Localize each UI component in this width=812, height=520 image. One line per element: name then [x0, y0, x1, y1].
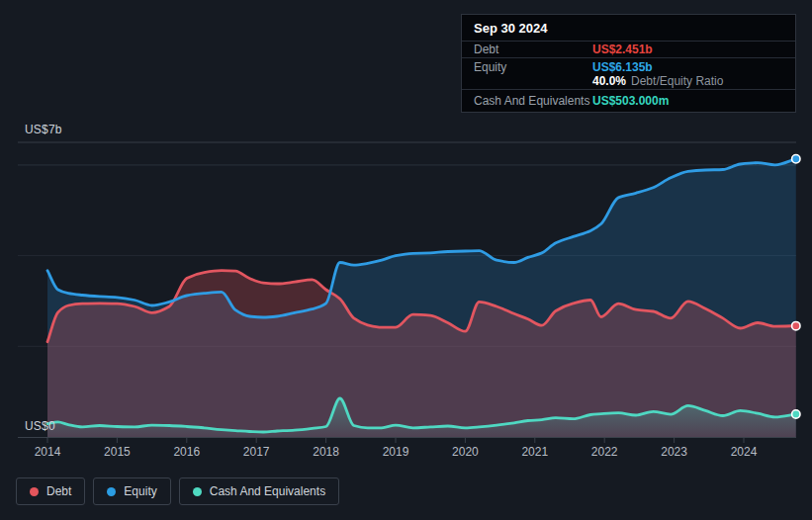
- x-axis-year-label: 2015: [93, 445, 140, 459]
- tooltip-equity-row: Equity US$6.135b: [462, 58, 795, 74]
- tooltip-ratio-text: Debt/Equity Ratio: [631, 74, 723, 88]
- cash-endpoint-dot[interactable]: [792, 410, 800, 418]
- legend-item-debt[interactable]: Debt: [16, 477, 85, 505]
- x-axis-year-label: 2018: [303, 445, 350, 459]
- tooltip-debt-value: US$2.451b: [592, 43, 653, 56]
- x-axis-year-label: 2016: [163, 445, 211, 459]
- x-axis-year-label: 2022: [581, 445, 628, 459]
- x-axis-year-label: 2014: [24, 445, 71, 459]
- legend-equity-label: Equity: [124, 484, 156, 498]
- y-axis-max-label: US$7b: [25, 123, 62, 136]
- x-axis-year-label: 2017: [232, 445, 280, 459]
- chart-legend: Debt Equity Cash And Equivalents: [16, 477, 339, 505]
- equity-endpoint-dot[interactable]: [792, 155, 800, 163]
- tooltip-ratio-pct: 40.0%: [592, 74, 626, 88]
- x-axis-year-label: 2024: [720, 445, 767, 459]
- tooltip-cash-row: Cash And Equivalents US$503.000m: [462, 90, 795, 112]
- tooltip-debt-row: Debt US$2.451b: [462, 42, 795, 58]
- tooltip-equity-label: Equity: [474, 60, 592, 74]
- legend-debt-label: Debt: [46, 484, 71, 498]
- x-axis-year-label: 2019: [372, 445, 419, 459]
- legend-cash-label: Cash And Equivalents: [210, 484, 325, 498]
- debt-endpoint-dot[interactable]: [792, 321, 800, 329]
- equity-dot-icon: [107, 487, 116, 496]
- debt-dot-icon: [30, 487, 39, 496]
- tooltip-ratio-row: 40.0%Debt/Equity Ratio: [462, 74, 795, 90]
- cash-dot-icon: [193, 487, 202, 496]
- tooltip-cash-value: US$503.000m: [592, 94, 669, 108]
- hover-tooltip: Sep 30 2024 Debt US$2.451b Equity US$6.1…: [461, 14, 796, 113]
- x-axis-year-label: 2021: [511, 445, 559, 459]
- tooltip-equity-value: US$6.135b: [592, 60, 653, 74]
- x-axis-year-label: 2020: [441, 445, 489, 459]
- legend-item-cash[interactable]: Cash And Equivalents: [179, 477, 339, 505]
- tooltip-ratio-value: 40.0%Debt/Equity Ratio: [592, 74, 723, 88]
- debt-equity-history-chart[interactable]: US$7b US$0 20142015201620172018201920202…: [0, 0, 812, 520]
- tooltip-date: Sep 30 2024: [462, 15, 795, 42]
- legend-item-equity[interactable]: Equity: [93, 477, 170, 505]
- tooltip-debt-label: Debt: [474, 43, 592, 56]
- tooltip-cash-label: Cash And Equivalents: [474, 94, 592, 108]
- y-axis-min-label: US$0: [25, 419, 55, 433]
- x-axis-year-label: 2023: [651, 445, 698, 459]
